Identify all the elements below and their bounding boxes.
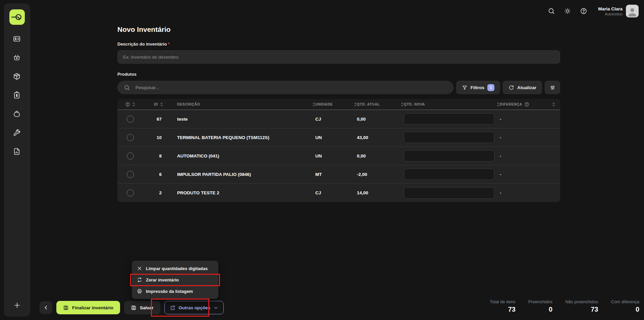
- header-id[interactable]: ID: [143, 102, 163, 107]
- cell-qty-current: 0,00: [357, 153, 404, 158]
- required-asterisk: *: [168, 42, 169, 47]
- chevron-left-icon: [43, 305, 49, 310]
- cell-qty-current: 0,00: [357, 117, 404, 122]
- id-card-icon[interactable]: [13, 35, 21, 44]
- funnel-icon: [462, 85, 468, 90]
- invoice-icon[interactable]: [13, 91, 21, 100]
- table-header: ID DESCRIÇÃO UNIDADE: [117, 99, 560, 110]
- cell-unit: MT: [315, 172, 357, 177]
- reset-icon: [137, 277, 142, 282]
- save-button[interactable]: Salvar: [124, 301, 160, 314]
- description-input[interactable]: [117, 50, 560, 64]
- cell-description: TERMINAL BATERIA PEQUENO (TSM112S): [163, 135, 315, 140]
- search-icon: [124, 84, 130, 91]
- header-qty-new[interactable]: QTD. NOVA: [404, 102, 500, 107]
- save-label: Salvar: [140, 305, 154, 310]
- header-unit[interactable]: UNIDADE: [315, 102, 357, 107]
- cell-unit: CJ: [315, 190, 357, 195]
- header-difference[interactable]: DIFERENÇA: [500, 102, 547, 107]
- topbar: Maria Clara Automotivo: [548, 5, 639, 17]
- row-radio[interactable]: [127, 189, 134, 196]
- inventory-stats: Total de itens 73 Preenchidos 0 Não pree…: [490, 299, 639, 313]
- main-content: Novo Inventário Descrição do inventário*…: [117, 25, 560, 202]
- package-icon[interactable]: [13, 72, 21, 81]
- bottom-action-bar: Finalizar inventário Salvar Outras opçõe…: [40, 301, 224, 314]
- report-icon[interactable]: [13, 147, 21, 156]
- qty-new-input[interactable]: [404, 187, 494, 199]
- column-help-icon[interactable]: [125, 102, 130, 107]
- cell-unit: CJ: [315, 117, 357, 122]
- more-options-button[interactable]: Outras opções: [164, 301, 224, 314]
- menu-item-label: Zerar inventário: [146, 277, 179, 282]
- qty-new-input[interactable]: [404, 169, 494, 180]
- menu-item-label: Impressão da listagem: [146, 289, 193, 294]
- table-row: 8 AUTOMATICO (041) UN 0,00 -: [117, 147, 560, 165]
- menu-item-clear-quantities[interactable]: Limpar quantidades digitadas: [132, 263, 218, 274]
- cell-qty-current: -2,00: [357, 172, 404, 177]
- basket-icon[interactable]: [13, 54, 21, 62]
- filters-button[interactable]: Filtros 1: [456, 81, 500, 94]
- products-label: Produtos: [117, 72, 560, 77]
- filters-badge: 1: [487, 84, 494, 91]
- table-row: 2 PRODUTO TESTE 2 CJ 14,00 -: [117, 184, 560, 202]
- sort-control[interactable]: [132, 102, 135, 107]
- sort-control[interactable]: [497, 102, 500, 107]
- product-search-input[interactable]: [136, 85, 447, 90]
- wrench-icon[interactable]: [13, 129, 21, 137]
- sort-control[interactable]: [552, 102, 555, 107]
- refresh-button[interactable]: Atualizar: [503, 81, 542, 94]
- qty-new-input[interactable]: [404, 113, 494, 125]
- back-button[interactable]: [40, 301, 52, 314]
- row-radio[interactable]: [127, 116, 134, 123]
- printer-icon: [137, 289, 142, 294]
- help-icon[interactable]: [580, 7, 587, 15]
- table-row: 6 IMPULSOR PARTIDA PALIO (0846) MT -2,00…: [117, 165, 560, 184]
- header-description-label: DESCRIÇÃO: [177, 102, 200, 106]
- description-label-text: Descrição do inventário: [117, 42, 167, 47]
- menu-item-zero-inventory[interactable]: Zerar inventário: [132, 274, 218, 285]
- qty-new-input[interactable]: [404, 132, 494, 143]
- sort-control[interactable]: [160, 102, 163, 107]
- table-row: 67 teste CJ 0,00 -: [117, 110, 560, 128]
- filters-label: Filtros: [471, 85, 484, 90]
- stat-total-items: Total de itens 73: [490, 299, 516, 313]
- header-qty-current[interactable]: QTD. ATUAL: [357, 102, 404, 107]
- header-select: [117, 102, 143, 107]
- money-bag-icon[interactable]: [13, 110, 21, 119]
- sort-control[interactable]: [312, 102, 315, 107]
- header-qty-current-label: QTD. ATUAL: [357, 102, 380, 106]
- user-block[interactable]: Maria Clara Automotivo: [598, 5, 639, 17]
- header-description[interactable]: DESCRIÇÃO: [163, 102, 315, 107]
- qty-new-input[interactable]: [404, 150, 494, 162]
- app-logo[interactable]: [9, 9, 25, 25]
- cell-difference: -: [500, 153, 547, 158]
- stat-value: 73: [490, 306, 516, 313]
- menu-item-print-list[interactable]: Impressão da listagem: [132, 285, 218, 297]
- cell-unit: UN: [315, 135, 357, 140]
- product-search[interactable]: [117, 81, 453, 94]
- cell-unit: UN: [315, 153, 357, 158]
- row-radio[interactable]: [127, 171, 134, 178]
- avatar[interactable]: [626, 5, 639, 17]
- cell-id: 8: [143, 153, 163, 158]
- products-table: ID DESCRIÇÃO UNIDADE: [117, 99, 560, 202]
- cell-difference: -: [500, 190, 547, 195]
- column-settings-button[interactable]: [545, 81, 560, 94]
- cell-id: 67: [143, 117, 163, 122]
- stat-label: Total de itens: [490, 299, 516, 304]
- header-trailing: [547, 102, 560, 107]
- sort-control[interactable]: [401, 102, 404, 107]
- save-icon: [63, 305, 69, 311]
- search-icon[interactable]: [548, 7, 555, 15]
- header-difference-label: DIFERENÇA: [500, 102, 522, 106]
- stat-value: 0: [611, 306, 639, 313]
- cell-difference: -: [500, 135, 547, 140]
- stat-label: Preenchidos: [528, 299, 552, 304]
- theme-sun-icon[interactable]: [564, 7, 571, 15]
- finalize-inventory-button[interactable]: Finalizar inventário: [56, 301, 120, 314]
- difference-help-icon[interactable]: [524, 102, 529, 107]
- plus-icon[interactable]: [4, 301, 30, 309]
- sort-control[interactable]: [354, 102, 357, 107]
- row-radio[interactable]: [127, 134, 134, 141]
- row-radio[interactable]: [127, 152, 134, 159]
